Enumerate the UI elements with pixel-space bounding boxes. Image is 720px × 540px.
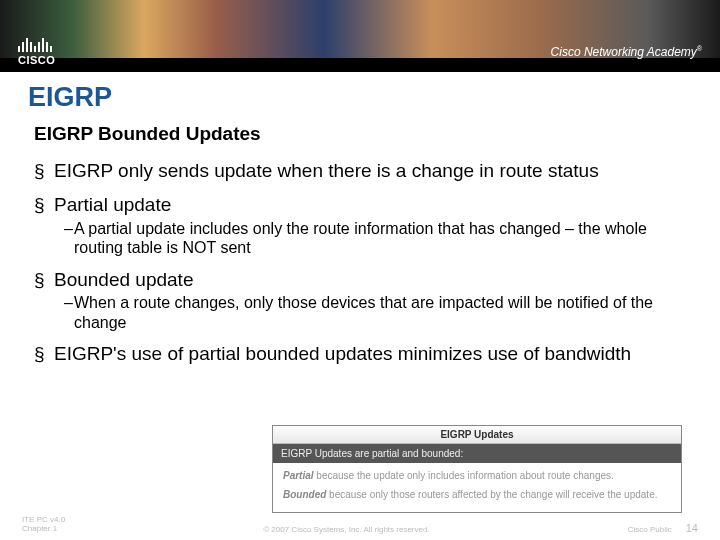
footer-left: ITE PC v4.0 Chapter 1 bbox=[22, 515, 65, 534]
footer-line1: ITE PC v4.0 bbox=[22, 515, 65, 525]
figure-body: Partial because the update only includes… bbox=[273, 463, 681, 512]
figure-header: EIGRP Updates are partial and bounded: bbox=[273, 444, 681, 463]
sub-bullet: When a route changes, only those devices… bbox=[34, 293, 692, 332]
sub-bullet: A partial update includes only the route… bbox=[34, 219, 692, 258]
slide-subtitle: EIGRP Bounded Updates bbox=[28, 123, 692, 145]
logo-text: CISCO bbox=[18, 54, 55, 66]
footer-line2: Chapter 1 bbox=[22, 524, 65, 534]
academy-text: Cisco Networking Academy® bbox=[551, 45, 702, 59]
bullet-text: Bounded update bbox=[34, 268, 692, 292]
embedded-figure: EIGRP Updates EIGRP Updates are partial … bbox=[272, 425, 682, 513]
bullet-item: EIGRP's use of partial bounded updates m… bbox=[34, 342, 692, 366]
slide-content: EIGRP EIGRP Bounded Updates EIGRP only s… bbox=[0, 72, 720, 366]
bullet-list: EIGRP only sends update when there is a … bbox=[28, 159, 692, 366]
slide-title: EIGRP bbox=[28, 82, 692, 113]
bullet-item: EIGRP only sends update when there is a … bbox=[34, 159, 692, 183]
header-banner: CISCO Cisco Networking Academy® bbox=[0, 0, 720, 72]
bullet-item: Partial update A partial update includes… bbox=[34, 193, 692, 258]
bullet-item: Bounded update When a route changes, onl… bbox=[34, 268, 692, 333]
footer-copyright: © 2007 Cisco Systems, Inc. All rights re… bbox=[263, 525, 429, 534]
cisco-bars-icon bbox=[18, 34, 55, 52]
footer: ITE PC v4.0 Chapter 1 © 2007 Cisco Syste… bbox=[0, 515, 720, 534]
footer-public: Cisco Public bbox=[628, 525, 672, 534]
page-number: 14 bbox=[686, 522, 698, 534]
figure-p1: Partial because the update only includes… bbox=[283, 469, 671, 483]
bullet-text: EIGRP's use of partial bounded updates m… bbox=[34, 342, 692, 366]
cisco-logo: CISCO bbox=[18, 34, 55, 66]
figure-titlebar: EIGRP Updates bbox=[273, 426, 681, 444]
footer-right: Cisco Public 14 bbox=[628, 522, 698, 534]
bullet-text: Partial update bbox=[34, 193, 692, 217]
bullet-text: EIGRP only sends update when there is a … bbox=[34, 159, 692, 183]
figure-p2: Bounded because only those routers affec… bbox=[283, 488, 671, 502]
